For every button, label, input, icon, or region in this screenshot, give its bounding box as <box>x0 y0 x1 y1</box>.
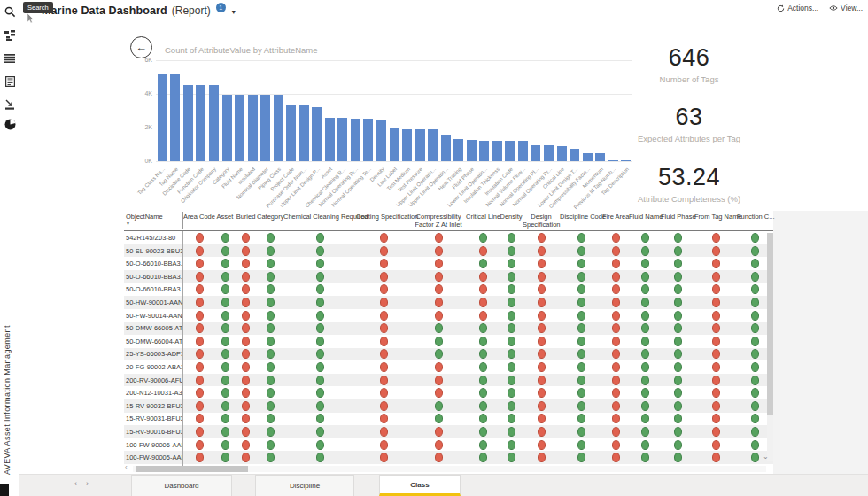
chart-bar[interactable] <box>518 141 528 161</box>
table-row[interactable]: 50-HW-90001-AAN3 <box>124 296 773 309</box>
table-row[interactable]: 50-DMW-66004-ATN3 <box>124 335 773 348</box>
chart-bar[interactable] <box>325 118 335 161</box>
chart-bar[interactable] <box>583 153 593 161</box>
column-header-design-specification[interactable]: Design Specification <box>523 212 560 229</box>
table-row[interactable]: 15-RV-90016-BFU3 <box>124 425 773 438</box>
sort-descending-icon[interactable]: ▼ <box>126 221 130 227</box>
status-dot-red <box>380 376 388 385</box>
attribute-cell <box>629 438 661 452</box>
chart-bar[interactable] <box>337 118 347 161</box>
table-row[interactable]: 50-DMW-66005-ATN3 <box>124 322 773 335</box>
chart-bar[interactable] <box>299 105 309 161</box>
list-icon[interactable] <box>3 51 17 66</box>
chart-bar[interactable] <box>531 145 540 161</box>
chevron-down-icon[interactable]: ▾ <box>232 8 236 16</box>
status-dot-red <box>612 284 620 294</box>
table-row[interactable]: 15-RV-90031-BFU3 <box>124 413 773 426</box>
table-row[interactable]: 15-RV-90032-BFU3 <box>124 399 773 413</box>
table-row[interactable]: 25-YS-66003-ADP3.xx <box>124 348 773 361</box>
chart-bar[interactable] <box>158 74 167 161</box>
chart-bar[interactable] <box>312 107 322 161</box>
scroll-down-icon[interactable]: ⌄ <box>763 453 769 461</box>
table-row[interactable]: 100-FW-90005-AAN3 <box>124 451 773 464</box>
table-row[interactable]: 200-N12-10031-A38 <box>124 386 773 399</box>
column-header-function-c-[interactable]: Function C... <box>737 212 773 221</box>
attribute-cell <box>466 348 500 361</box>
chart-bar[interactable] <box>390 128 399 161</box>
chart-bar[interactable] <box>441 135 451 161</box>
column-header-objectname[interactable]: ObjectName▼ <box>124 212 183 229</box>
next-page-icon[interactable]: › <box>86 479 89 488</box>
report-title-group[interactable]: Marine Data Dashboard (Report) 1 ▾ <box>42 3 236 19</box>
chart-bar[interactable] <box>260 95 270 161</box>
table-row[interactable]: 200-RV-90006-AFU3 <box>124 374 773 387</box>
column-header-fluid-phase[interactable]: Fluid Phase <box>661 212 694 221</box>
chart-bar[interactable] <box>505 141 515 161</box>
actions-button[interactable]: Actions... <box>777 4 818 12</box>
column-header-fluid-name[interactable]: Fluid Name <box>629 212 661 221</box>
chart-bar[interactable] <box>274 95 283 161</box>
prev-page-icon[interactable]: ‹ <box>74 479 77 488</box>
column-header-density[interactable]: Density <box>500 212 523 221</box>
chart-bar[interactable] <box>544 145 554 161</box>
tab-discipline[interactable]: Discipline <box>255 475 354 496</box>
table-row[interactable]: 50-SL-90023-BBU3 <box>124 244 773 258</box>
tab-dashboard[interactable]: Dashboard <box>131 475 232 496</box>
chart-bar[interactable] <box>183 85 193 162</box>
horizontal-scrollbar-thumb[interactable] <box>136 466 248 472</box>
chart-bar[interactable] <box>415 129 425 161</box>
table-row[interactable]: 542R145/Z03-80 <box>124 231 773 244</box>
column-header-fire-area[interactable]: Fire Area <box>602 212 629 221</box>
table-row[interactable]: 100-FW-90006-AAN3 <box>124 438 773 452</box>
chart-bar[interactable] <box>196 85 205 162</box>
chart-bar[interactable] <box>235 95 244 161</box>
scroll-left-icon[interactable]: ‹ <box>125 463 128 471</box>
chart-bar[interactable] <box>453 139 463 161</box>
column-header-critical-line[interactable]: Critical Line <box>466 212 500 221</box>
view-button[interactable]: View... <box>829 4 863 12</box>
status-dot-red <box>380 362 388 372</box>
chart-bar[interactable] <box>248 95 258 161</box>
chart-bar[interactable] <box>608 160 618 162</box>
table-row[interactable]: 50-O-66010-BBA3.3 <box>124 257 773 270</box>
hierarchy-icon[interactable] <box>3 28 17 43</box>
chart-bar[interactable] <box>376 120 386 161</box>
status-dot-red <box>435 376 443 385</box>
tab-class[interactable]: Class <box>379 475 461 496</box>
chart-bar[interactable] <box>170 74 180 161</box>
chart-bar[interactable] <box>479 141 489 161</box>
table-row[interactable]: 50-FW-90014-AAN3 <box>124 309 773 322</box>
vertical-scrollbar-thumb[interactable] <box>767 233 773 415</box>
column-header-buried[interactable]: Buried <box>235 212 257 221</box>
pie-icon[interactable] <box>3 117 17 131</box>
table-row[interactable]: 20-FG-90002-ABA3 <box>124 360 773 374</box>
chart-bar[interactable] <box>402 129 412 161</box>
back-button[interactable]: ← <box>130 36 152 58</box>
column-header-from-tag-name[interactable]: From Tag Name <box>694 212 737 221</box>
chart-bar[interactable] <box>595 153 605 161</box>
column-header-coating-specification[interactable]: Coating Specification <box>356 212 411 221</box>
chart-bar[interactable] <box>428 129 438 161</box>
chart-bar[interactable] <box>351 119 360 161</box>
status-dot-red <box>380 388 388 398</box>
chart-bar[interactable] <box>286 105 296 161</box>
chart-bar[interactable] <box>467 140 477 161</box>
column-header-discipline-code[interactable]: Discipline Code <box>560 212 602 221</box>
chart-bar[interactable] <box>570 149 579 161</box>
column-header-category[interactable]: Category <box>257 212 283 221</box>
chart-bar[interactable] <box>492 141 502 161</box>
chart-bar[interactable] <box>557 146 567 161</box>
column-header-chemical-cleaning-required[interactable]: Chemical Cleaning Required <box>283 212 356 221</box>
chart-bar[interactable] <box>363 119 373 161</box>
column-header-asset[interactable]: Asset <box>215 212 235 221</box>
search-icon[interactable] <box>3 4 17 19</box>
column-header-area-code[interactable]: Area Code <box>183 212 215 221</box>
chart-bar[interactable] <box>209 85 219 162</box>
table-row[interactable]: 50-O-66010-BBA3 <box>124 283 773 297</box>
column-header-compressibility-factor-z-at-inlet[interactable]: Compressibility Factor Z At Inlet <box>411 212 466 229</box>
chart-bar[interactable] <box>222 95 232 161</box>
report-icon[interactable] <box>3 74 17 89</box>
export-icon[interactable] <box>3 97 17 112</box>
chart-bar[interactable] <box>621 160 631 162</box>
table-row[interactable]: 50-O-66010-BBA3.2 <box>124 270 773 283</box>
